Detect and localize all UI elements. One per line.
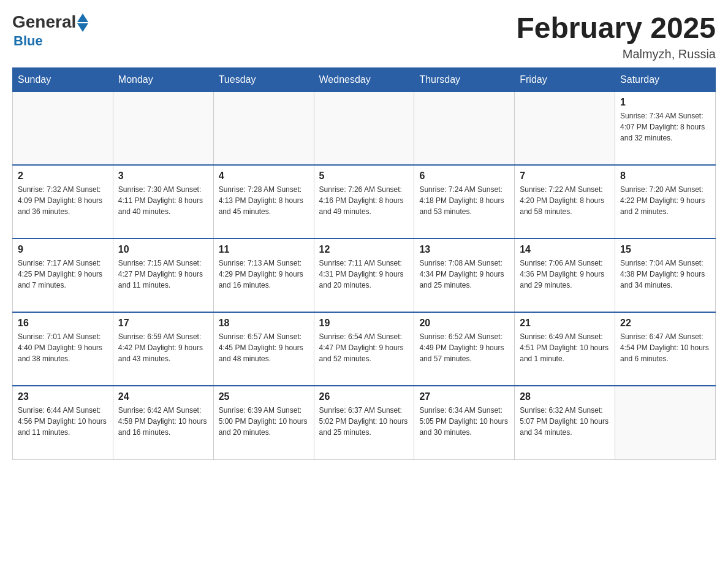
calendar-cell: 9Sunrise: 7:17 AM Sunset: 4:25 PM Daylig… [13, 239, 113, 312]
calendar-header-row: SundayMondayTuesdayWednesdayThursdayFrid… [13, 67, 716, 91]
day-info: Sunrise: 6:47 AM Sunset: 4:54 PM Dayligh… [620, 331, 710, 364]
day-info: Sunrise: 7:08 AM Sunset: 4:34 PM Dayligh… [419, 258, 509, 291]
day-info: Sunrise: 7:15 AM Sunset: 4:27 PM Dayligh… [118, 258, 208, 291]
calendar-cell: 23Sunrise: 6:44 AM Sunset: 4:56 PM Dayli… [13, 386, 113, 459]
day-info: Sunrise: 7:06 AM Sunset: 4:36 PM Dayligh… [520, 258, 610, 291]
day-info: Sunrise: 6:49 AM Sunset: 4:51 PM Dayligh… [520, 331, 610, 364]
column-header-sunday: Sunday [13, 67, 113, 91]
day-info: Sunrise: 6:52 AM Sunset: 4:49 PM Dayligh… [419, 331, 509, 364]
location: Malmyzh, Russia [516, 47, 716, 61]
calendar-cell [515, 91, 615, 165]
calendar-cell [113, 91, 213, 165]
column-header-saturday: Saturday [615, 67, 716, 91]
day-number: 2 [18, 170, 108, 182]
day-info: Sunrise: 6:44 AM Sunset: 4:56 PM Dayligh… [18, 405, 108, 438]
month-title: February 2025 [516, 12, 716, 45]
day-info: Sunrise: 7:22 AM Sunset: 4:20 PM Dayligh… [520, 184, 610, 217]
day-number: 28 [520, 391, 610, 402]
day-number: 19 [319, 318, 409, 329]
calendar-cell: 25Sunrise: 6:39 AM Sunset: 5:00 PM Dayli… [213, 386, 314, 459]
day-info: Sunrise: 7:17 AM Sunset: 4:25 PM Dayligh… [18, 258, 108, 291]
day-info: Sunrise: 6:59 AM Sunset: 4:42 PM Dayligh… [118, 331, 208, 364]
day-number: 24 [118, 391, 208, 402]
day-info: Sunrise: 6:34 AM Sunset: 5:05 PM Dayligh… [419, 405, 509, 438]
day-number: 18 [219, 318, 309, 329]
calendar-cell [414, 91, 515, 165]
day-info: Sunrise: 7:34 AM Sunset: 4:07 PM Dayligh… [620, 110, 710, 144]
calendar-cell: 17Sunrise: 6:59 AM Sunset: 4:42 PM Dayli… [113, 312, 213, 386]
day-number: 20 [419, 318, 509, 329]
page-header: General Blue February 2025 Malmyzh, Russ… [12, 12, 716, 61]
column-header-thursday: Thursday [414, 67, 515, 91]
calendar-week-row: 23Sunrise: 6:44 AM Sunset: 4:56 PM Dayli… [13, 386, 716, 459]
day-number: 17 [118, 318, 208, 329]
calendar-week-row: 1Sunrise: 7:34 AM Sunset: 4:07 PM Daylig… [13, 91, 716, 165]
calendar-cell: 27Sunrise: 6:34 AM Sunset: 5:05 PM Dayli… [414, 386, 515, 459]
day-info: Sunrise: 7:20 AM Sunset: 4:22 PM Dayligh… [620, 184, 710, 217]
logo: General Blue [12, 12, 88, 49]
day-info: Sunrise: 6:57 AM Sunset: 4:45 PM Dayligh… [219, 331, 309, 364]
day-info: Sunrise: 7:04 AM Sunset: 4:38 PM Dayligh… [620, 258, 710, 291]
calendar-cell: 1Sunrise: 7:34 AM Sunset: 4:07 PM Daylig… [615, 91, 716, 165]
calendar-cell: 8Sunrise: 7:20 AM Sunset: 4:22 PM Daylig… [615, 165, 716, 239]
day-number: 21 [520, 318, 610, 329]
day-info: Sunrise: 7:30 AM Sunset: 4:11 PM Dayligh… [118, 184, 208, 217]
day-number: 3 [118, 170, 208, 182]
day-number: 27 [419, 391, 509, 402]
day-number: 26 [319, 391, 409, 402]
calendar-cell: 13Sunrise: 7:08 AM Sunset: 4:34 PM Dayli… [414, 239, 515, 312]
day-number: 6 [419, 170, 509, 182]
day-info: Sunrise: 6:32 AM Sunset: 5:07 PM Dayligh… [520, 405, 610, 438]
day-info: Sunrise: 6:54 AM Sunset: 4:47 PM Dayligh… [319, 331, 409, 364]
logo-blue: Blue [13, 33, 43, 49]
calendar-cell: 19Sunrise: 6:54 AM Sunset: 4:47 PM Dayli… [314, 312, 414, 386]
calendar-cell: 7Sunrise: 7:22 AM Sunset: 4:20 PM Daylig… [515, 165, 615, 239]
logo-triangle-up [77, 13, 88, 22]
calendar-cell: 6Sunrise: 7:24 AM Sunset: 4:18 PM Daylig… [414, 165, 515, 239]
day-number: 5 [319, 170, 409, 182]
day-info: Sunrise: 7:24 AM Sunset: 4:18 PM Dayligh… [419, 184, 509, 217]
logo-general: General [12, 13, 76, 31]
calendar-cell [13, 91, 113, 165]
calendar-cell: 10Sunrise: 7:15 AM Sunset: 4:27 PM Dayli… [113, 239, 213, 312]
day-number: 14 [520, 244, 610, 255]
calendar-cell [213, 91, 314, 165]
day-number: 8 [620, 170, 710, 182]
calendar-week-row: 16Sunrise: 7:01 AM Sunset: 4:40 PM Dayli… [13, 312, 716, 386]
calendar-cell: 15Sunrise: 7:04 AM Sunset: 4:38 PM Dayli… [615, 239, 716, 312]
day-info: Sunrise: 6:37 AM Sunset: 5:02 PM Dayligh… [319, 405, 409, 438]
day-info: Sunrise: 7:01 AM Sunset: 4:40 PM Dayligh… [18, 331, 108, 364]
column-header-monday: Monday [113, 67, 213, 91]
day-number: 12 [319, 244, 409, 255]
calendar-cell: 22Sunrise: 6:47 AM Sunset: 4:54 PM Dayli… [615, 312, 716, 386]
day-number: 1 [620, 97, 710, 108]
day-info: Sunrise: 7:13 AM Sunset: 4:29 PM Dayligh… [219, 258, 309, 291]
day-info: Sunrise: 7:26 AM Sunset: 4:16 PM Dayligh… [319, 184, 409, 217]
calendar-cell [615, 386, 716, 459]
column-header-friday: Friday [515, 67, 615, 91]
calendar-cell: 2Sunrise: 7:32 AM Sunset: 4:09 PM Daylig… [13, 165, 113, 239]
calendar-cell: 26Sunrise: 6:37 AM Sunset: 5:02 PM Dayli… [314, 386, 414, 459]
day-number: 23 [18, 391, 108, 402]
calendar-cell: 12Sunrise: 7:11 AM Sunset: 4:31 PM Dayli… [314, 239, 414, 312]
day-number: 11 [219, 244, 309, 255]
calendar-cell: 3Sunrise: 7:30 AM Sunset: 4:11 PM Daylig… [113, 165, 213, 239]
day-number: 15 [620, 244, 710, 255]
calendar-table: SundayMondayTuesdayWednesdayThursdayFrid… [12, 67, 716, 460]
day-info: Sunrise: 6:39 AM Sunset: 5:00 PM Dayligh… [219, 405, 309, 438]
day-number: 13 [419, 244, 509, 255]
calendar-cell: 16Sunrise: 7:01 AM Sunset: 4:40 PM Dayli… [13, 312, 113, 386]
logo-triangle-down [77, 23, 88, 32]
day-number: 16 [18, 318, 108, 329]
day-number: 9 [18, 244, 108, 255]
calendar-cell: 24Sunrise: 6:42 AM Sunset: 4:58 PM Dayli… [113, 386, 213, 459]
calendar-cell [314, 91, 414, 165]
column-header-wednesday: Wednesday [314, 67, 414, 91]
day-info: Sunrise: 7:11 AM Sunset: 4:31 PM Dayligh… [319, 258, 409, 291]
day-number: 10 [118, 244, 208, 255]
title-area: February 2025 Malmyzh, Russia [516, 12, 716, 61]
calendar-cell: 18Sunrise: 6:57 AM Sunset: 4:45 PM Dayli… [213, 312, 314, 386]
calendar-cell: 28Sunrise: 6:32 AM Sunset: 5:07 PM Dayli… [515, 386, 615, 459]
day-info: Sunrise: 7:32 AM Sunset: 4:09 PM Dayligh… [18, 184, 108, 217]
calendar-cell: 4Sunrise: 7:28 AM Sunset: 4:13 PM Daylig… [213, 165, 314, 239]
